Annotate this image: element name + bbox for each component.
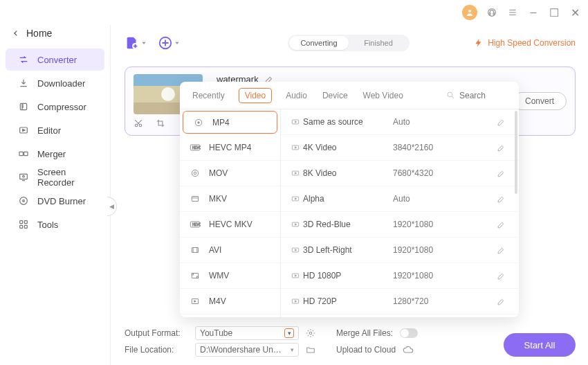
svg-rect-39 <box>192 274 198 278</box>
add-folder-button[interactable] <box>158 35 180 51</box>
svg-marker-44 <box>295 121 296 123</box>
format-icon: HEVC <box>190 142 201 153</box>
svg-rect-9 <box>19 152 23 155</box>
sidebar-item-dvd-burner[interactable]: DVD Burner <box>6 190 104 212</box>
edit-preset-icon[interactable] <box>497 143 509 152</box>
resolution-item[interactable]: HD 720P1280*720 <box>281 289 519 314</box>
svg-text:HEVC: HEVC <box>192 146 201 150</box>
output-format-dropdown: Recently Video Audio Device Web Video MP… <box>180 82 519 317</box>
edit-preset-icon[interactable] <box>497 169 509 178</box>
output-format-select[interactable]: YouTube ▾ <box>195 326 299 340</box>
tab-device[interactable]: Device <box>321 88 349 103</box>
svg-marker-46 <box>295 147 296 148</box>
start-all-button[interactable]: Start All <box>504 333 576 357</box>
screen-recorder-icon <box>18 172 29 183</box>
format-icon <box>190 168 201 179</box>
merger-icon <box>18 148 29 159</box>
bottom-bar: Output Format: YouTube ▾ Merge All Files… <box>125 325 576 359</box>
format-hevc-mp4[interactable]: HEVCHEVC MP4 <box>180 135 280 161</box>
search-input[interactable] <box>459 91 508 100</box>
svg-rect-2 <box>489 13 490 15</box>
svg-rect-17 <box>20 225 23 228</box>
sidebar-item-editor[interactable]: Editor <box>6 119 104 141</box>
format-m4v[interactable]: M4V <box>180 289 280 314</box>
svg-marker-52 <box>295 224 296 225</box>
sidebar-item-merger[interactable]: Merger <box>6 143 104 165</box>
edit-preset-icon[interactable] <box>497 246 509 255</box>
format-icon <box>193 117 204 128</box>
topbar: Converting Finished High Speed Conversio… <box>125 30 576 55</box>
tab-web-video[interactable]: Web Video <box>362 88 405 103</box>
video-icon <box>291 194 303 204</box>
resolution-item[interactable]: HD 1080P1920*1080 <box>281 263 519 289</box>
edit-preset-icon[interactable] <box>497 195 509 204</box>
output-settings-icon[interactable] <box>306 328 315 338</box>
resolution-item[interactable]: 3D Left-Right1920*1080 <box>281 238 519 263</box>
file-tool-row <box>131 116 168 131</box>
close-button[interactable]: ✕ <box>569 6 581 19</box>
video-icon <box>291 271 303 281</box>
avatar[interactable] <box>462 5 477 20</box>
edit-preset-icon[interactable] <box>497 220 509 229</box>
video-icon <box>291 168 303 178</box>
resolution-item[interactable]: 8K Video7680*4320 <box>281 161 519 186</box>
format-mkv[interactable]: MKV <box>180 186 280 212</box>
format-hevc-mkv[interactable]: HEVCHEVC MKV <box>180 212 280 238</box>
format-icon <box>190 270 201 281</box>
sidebar-item-downloader[interactable]: Downloader <box>6 72 104 94</box>
svg-point-14 <box>23 200 25 202</box>
trim-icon[interactable] <box>131 116 146 131</box>
format-mp4[interactable]: MP4 <box>183 111 277 134</box>
edit-preset-icon[interactable] <box>497 297 509 306</box>
tools-icon <box>18 219 29 230</box>
svg-marker-54 <box>295 249 296 251</box>
svg-rect-18 <box>24 225 27 228</box>
support-icon[interactable] <box>486 6 498 19</box>
sidebar-item-compressor[interactable]: Compressor <box>6 96 104 118</box>
sidebar-item-screen-recorder[interactable]: Screen Recorder <box>6 166 104 188</box>
resolution-item[interactable]: AlphaAuto <box>281 186 519 212</box>
format-avi[interactable]: AVI <box>180 238 280 263</box>
menu-icon[interactable] <box>506 6 519 19</box>
crop-icon[interactable] <box>153 116 168 131</box>
svg-marker-48 <box>295 172 296 174</box>
cloud-icon[interactable] <box>403 345 414 355</box>
format-mov[interactable]: MOV <box>180 161 280 186</box>
tab-converting[interactable]: Converting <box>289 36 349 50</box>
merge-toggle[interactable] <box>400 328 418 338</box>
svg-marker-22 <box>175 42 178 44</box>
back-button[interactable]: Home <box>0 28 110 48</box>
resolution-item[interactable]: 4K Video3840*2160 <box>281 135 519 161</box>
add-file-button[interactable] <box>125 35 147 51</box>
high-speed-conversion-button[interactable]: High Speed Conversion <box>474 38 576 48</box>
maximize-button[interactable]: ☐ <box>548 6 560 19</box>
convert-button[interactable]: Convert <box>513 92 567 110</box>
format-wmv[interactable]: WMV <box>180 263 280 289</box>
svg-text:HEVC: HEVC <box>192 223 201 226</box>
tab-recently[interactable]: Recently <box>191 88 226 103</box>
sidebar-item-converter[interactable]: Converter <box>6 48 104 71</box>
minimize-button[interactable]: – <box>527 6 540 19</box>
svg-point-28 <box>198 121 199 123</box>
format-list[interactable]: MP4 HEVCHEVC MP4 MOV MKV HEVCHEVC MKV AV… <box>180 109 281 317</box>
edit-preset-icon[interactable] <box>497 271 509 281</box>
tab-audio[interactable]: Audio <box>284 88 309 103</box>
open-folder-icon[interactable] <box>306 345 315 355</box>
merge-label: Merge All Files: <box>336 328 393 338</box>
sidebar-item-tools[interactable]: Tools <box>6 213 104 235</box>
svg-marker-20 <box>142 42 145 44</box>
play-icon <box>161 87 175 101</box>
upload-label: Upload to Cloud <box>336 345 396 355</box>
svg-rect-11 <box>20 174 28 179</box>
scrollbar[interactable] <box>515 111 517 194</box>
format-icon <box>190 193 201 204</box>
titlebar: – ☐ ✕ <box>0 0 588 25</box>
format-icon: HEVC <box>190 219 201 230</box>
resolution-item[interactable]: Same as sourceAuto <box>281 109 519 135</box>
tab-finished[interactable]: Finished <box>349 36 408 50</box>
file-location-select[interactable]: D:\Wondershare UniConverter 1 ▾ <box>195 343 299 357</box>
resolution-list[interactable]: Same as sourceAuto 4K Video3840*2160 8K … <box>281 109 519 317</box>
edit-preset-icon[interactable] <box>497 118 509 127</box>
resolution-item[interactable]: 3D Red-Blue1920*1080 <box>281 212 519 238</box>
tab-video[interactable]: Video <box>239 88 272 103</box>
